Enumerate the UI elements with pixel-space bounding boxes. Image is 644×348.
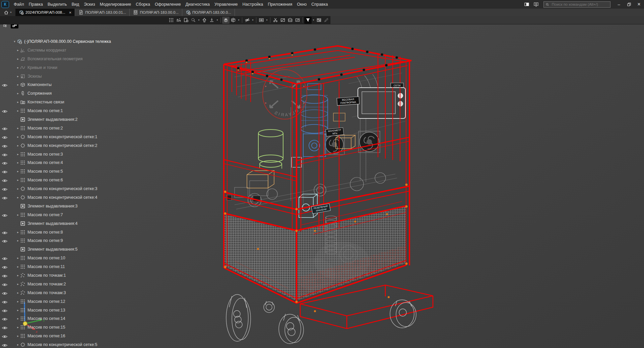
tree-item[interactable]: ▾ (-)ПОЛЯР.АП-008.000.00 Сервисная тележ… — [0, 37, 113, 46]
expand-arrow-icon[interactable]: ▸ — [16, 187, 20, 190]
tree-item[interactable]: ▸ Эскизы — [0, 72, 113, 81]
tree-item[interactable]: ▸ Массив по сетке:6 — [0, 176, 113, 184]
expand-arrow-icon[interactable]: ▾ — [13, 40, 16, 43]
expand-arrow-icon[interactable]: ▸ — [16, 57, 20, 61]
menu-item[interactable]: Выделить — [45, 0, 69, 9]
tree-item[interactable]: Элемент выдавливания:5 — [0, 245, 113, 254]
tree-item[interactable]: ▸ Массив по точкам:1 — [0, 271, 113, 280]
tree-item[interactable]: ▸ Массив по сетке:11 — [0, 262, 113, 271]
screen-settings-icon[interactable] — [532, 1, 540, 8]
magnifier-button[interactable] — [190, 17, 197, 24]
pin-down-button[interactable] — [208, 17, 215, 24]
tree-item[interactable]: ▸ Массив по сетке:12 — [0, 297, 113, 306]
menu-item[interactable]: Настройка — [240, 0, 266, 9]
magnifier-dropdown-caret[interactable]: ▼ — [197, 17, 201, 24]
expand-arrow-icon[interactable]: ▸ — [16, 66, 20, 69]
home-tab-button[interactable]: ▼ — [0, 9, 15, 16]
tree-item[interactable]: ▸ Массив по сетке:10 — [0, 254, 113, 262]
menu-item[interactable]: Вид — [69, 0, 82, 9]
document-tab[interactable]: ПОЛЯР.АП-183.00.0... — [182, 9, 235, 16]
expand-arrow-icon[interactable]: ▸ — [16, 291, 20, 294]
expand-arrow-icon[interactable]: ▸ — [16, 326, 20, 329]
visibility-eye-icon[interactable] — [2, 169, 8, 173]
minimize-button[interactable]: – — [614, 0, 624, 9]
tree-item[interactable]: ▸ Массив по сетке:1 — [0, 106, 113, 115]
visibility-eye-icon[interactable] — [2, 273, 8, 277]
menu-item[interactable]: Оформление — [152, 0, 183, 9]
expand-arrow-icon[interactable]: ▸ — [16, 274, 20, 277]
eye-box-button[interactable] — [258, 17, 265, 24]
expand-arrow-icon[interactable]: ▸ — [16, 239, 20, 242]
expand-arrow-icon[interactable]: ▸ — [16, 317, 20, 320]
visibility-eye-icon[interactable] — [2, 144, 8, 148]
tree-item[interactable]: ▸ Массив по сетке:15 — [0, 323, 113, 332]
expand-arrow-icon[interactable]: ▸ — [16, 126, 20, 130]
tree-item[interactable]: ▸ Массив по точкам:3 — [0, 288, 113, 297]
menu-item[interactable]: Правка — [26, 0, 45, 9]
funnel-dropdown-caret[interactable]: ▼ — [312, 17, 315, 24]
tree-item[interactable]: Элемент выдавливания:3 — [0, 202, 113, 210]
expand-arrow-icon[interactable]: ▸ — [16, 343, 20, 346]
expand-arrow-icon[interactable]: ▸ — [16, 334, 20, 338]
expand-arrow-icon[interactable]: ▸ — [16, 161, 20, 164]
tree-item[interactable]: ▸ Массив по концентрической сетке:2 — [0, 141, 113, 150]
scissors-button[interactable] — [272, 17, 279, 24]
command-search[interactable] — [543, 1, 610, 8]
pin-down-dropdown-caret[interactable]: ▼ — [215, 17, 219, 24]
tree-item[interactable]: ▸ Массив по сетке:7 — [0, 210, 113, 219]
visibility-eye-icon[interactable] — [2, 325, 8, 329]
tree-item[interactable]: Элемент выдавливания:4 — [0, 219, 113, 228]
expand-arrow-icon[interactable]: ▸ — [16, 100, 20, 104]
tree-item[interactable]: ▸ Массив по концентрической сетке:1 — [0, 133, 113, 141]
visibility-eye-icon[interactable] — [2, 230, 8, 234]
tree-item[interactable]: ▸ Массив по сетке:9 — [0, 236, 113, 245]
menu-item[interactable]: Моделирование — [98, 0, 134, 9]
expand-arrow-icon[interactable]: ▸ — [16, 196, 20, 199]
tree-item[interactable]: ▸ Массив по точкам:2 — [0, 280, 113, 288]
pencil-button[interactable] — [323, 17, 330, 24]
array-grid-button[interactable] — [168, 17, 175, 24]
menu-item[interactable]: Приложения — [265, 0, 295, 9]
visibility-eye-icon[interactable] — [2, 334, 8, 338]
tree-item[interactable]: ▸ Массив по сетке:14 — [0, 315, 113, 323]
visibility-eye-icon[interactable] — [2, 178, 8, 182]
sheet-button[interactable] — [182, 17, 190, 24]
expand-arrow-icon[interactable]: ▸ — [16, 49, 20, 52]
tree-item[interactable]: ▸ Массив по сетке:2 — [0, 124, 113, 133]
expand-arrow-icon[interactable]: ▸ — [16, 213, 20, 216]
clip-b-button[interactable] — [286, 17, 294, 24]
visibility-eye-icon[interactable] — [2, 299, 8, 303]
visibility-eye-icon[interactable] — [2, 126, 8, 130]
visibility-eye-icon[interactable] — [2, 239, 8, 243]
tree-item[interactable]: ▸ Вспомогательная геометрия — [0, 55, 113, 63]
expand-arrow-icon[interactable]: ▸ — [16, 153, 20, 156]
tree-item[interactable]: ▸ Массив по концентрической сетке:4 — [0, 193, 113, 202]
tree-item[interactable]: ▸ Системы координат — [0, 46, 113, 55]
visibility-eye-icon[interactable] — [2, 135, 8, 139]
visibility-eye-icon[interactable] — [2, 109, 8, 113]
expand-arrow-icon[interactable]: ▸ — [16, 309, 20, 312]
menu-item[interactable]: Сборка — [133, 0, 152, 9]
app-logo-icon[interactable]: К — [1, 1, 9, 8]
funnel-button[interactable] — [304, 17, 312, 24]
eye-slash-button[interactable] — [244, 17, 251, 24]
expand-arrow-icon[interactable]: ▸ — [16, 135, 20, 139]
tab-close-icon[interactable]: × — [69, 10, 72, 15]
tree-item[interactable]: ▸ Массив по сетке:3 — [0, 150, 113, 159]
table-x-button[interactable] — [315, 17, 323, 24]
tree-item[interactable]: ▸ Массив по сетке:16 — [0, 332, 113, 340]
visibility-eye-icon[interactable] — [2, 256, 8, 260]
document-tab[interactable]: ПОЛЯР.АП-183.00.01... — [75, 9, 130, 16]
tree-item[interactable]: ▸ Массив по сетке:8 — [0, 228, 113, 237]
tree-item[interactable]: ▸ Компоненты — [0, 80, 113, 89]
visibility-eye-icon[interactable] — [2, 317, 8, 321]
panel-layout-icon[interactable] — [523, 1, 531, 8]
tree-item[interactable]: ▸ Массив по сетке:5 — [0, 167, 113, 176]
search-input[interactable] — [551, 2, 608, 7]
expand-arrow-icon[interactable]: ▸ — [16, 144, 20, 147]
visibility-eye-icon[interactable] — [2, 265, 8, 269]
eye-slash-dropdown-caret[interactable]: ▼ — [251, 17, 255, 24]
expand-arrow-icon[interactable]: ▸ — [16, 178, 20, 182]
tree-item[interactable]: ▸ Сопряжения — [0, 89, 113, 98]
expand-arrow-icon[interactable]: ▸ — [16, 83, 20, 86]
